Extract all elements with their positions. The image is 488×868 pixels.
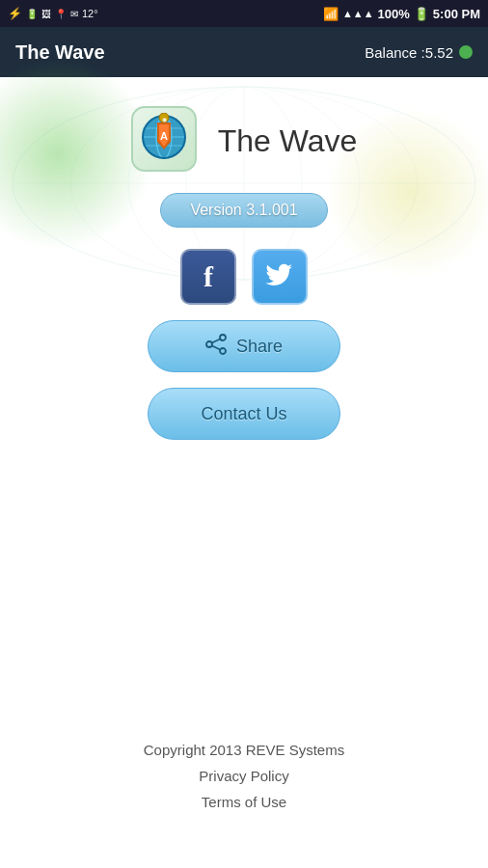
usb-icon: ⚡ bbox=[8, 7, 22, 20]
privacy-policy-link[interactable]: Privacy Policy bbox=[199, 768, 288, 784]
facebook-button[interactable]: f bbox=[180, 249, 236, 305]
share-button[interactable]: Share bbox=[148, 320, 340, 372]
app-title: The Wave bbox=[15, 41, 105, 64]
status-right-icons: 📶 ▲▲▲ 100% 🔋 5:00 PM bbox=[323, 7, 480, 21]
battery-full-icon: 🔋 bbox=[414, 7, 429, 21]
version-badge: Version 3.1.001 bbox=[160, 193, 327, 228]
top-bar: The Wave Balance :5.52 bbox=[0, 27, 488, 77]
svg-point-18 bbox=[220, 348, 226, 354]
app-header: A ◉ The Wave bbox=[131, 106, 358, 176]
signal-icon: ▲▲▲ bbox=[342, 8, 374, 19]
status-left-icons: ⚡ 🔋 🖼 📍 ✉ 12° bbox=[8, 7, 98, 20]
wifi-icon: 📶 bbox=[323, 7, 339, 21]
temperature-label: 12° bbox=[82, 8, 98, 19]
app-name-label: The Wave bbox=[218, 123, 358, 159]
facebook-icon: f bbox=[203, 260, 213, 293]
main-content: A ◉ The Wave Version 3.1.001 f bbox=[0, 77, 488, 868]
app-icon: A ◉ bbox=[131, 106, 197, 172]
contact-button[interactable]: Contact Us bbox=[148, 388, 340, 440]
map-icon: 📍 bbox=[55, 9, 67, 19]
footer: Copyright 2013 REVE Systems Privacy Poli… bbox=[0, 742, 488, 810]
social-row: f bbox=[180, 249, 308, 305]
balance-indicator bbox=[459, 45, 473, 59]
share-icon bbox=[205, 334, 227, 360]
image-icon: 🖼 bbox=[41, 9, 51, 19]
twitter-button[interactable] bbox=[252, 249, 308, 305]
copyright-text: Copyright 2013 REVE Systems bbox=[144, 742, 344, 758]
balance-section: Balance :5.52 bbox=[365, 44, 473, 61]
svg-line-20 bbox=[212, 339, 220, 342]
svg-point-17 bbox=[220, 335, 226, 340]
battery-icon: 🔋 bbox=[26, 9, 38, 19]
twitter-icon bbox=[265, 259, 294, 294]
message-icon: ✉ bbox=[70, 9, 78, 19]
svg-point-19 bbox=[206, 341, 212, 347]
balance-label: Balance :5.52 bbox=[365, 44, 453, 61]
time-display: 5:00 PM bbox=[433, 7, 480, 21]
status-bar: ⚡ 🔋 🖼 📍 ✉ 12° 📶 ▲▲▲ 100% 🔋 5:00 PM bbox=[0, 0, 488, 27]
share-label: Share bbox=[236, 337, 283, 357]
svg-text:A: A bbox=[160, 130, 168, 142]
contact-label: Contact Us bbox=[201, 404, 286, 424]
terms-of-use-link[interactable]: Terms of Use bbox=[202, 794, 286, 810]
app-icon-container: A ◉ bbox=[131, 106, 201, 176]
svg-line-21 bbox=[212, 345, 220, 349]
svg-text:◉: ◉ bbox=[161, 117, 166, 122]
battery-percent: 100% bbox=[378, 7, 410, 21]
